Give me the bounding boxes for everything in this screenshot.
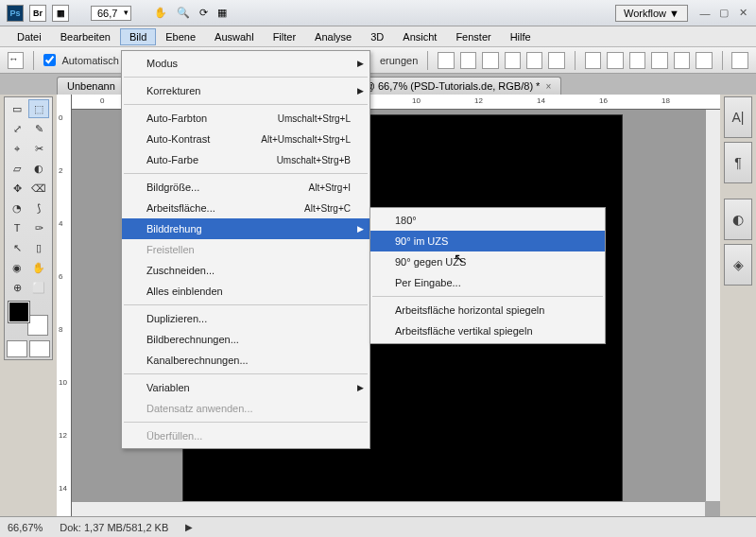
- tool-zoom[interactable]: ⊕: [7, 278, 27, 297]
- menu-item-label: Überfüllen...: [146, 430, 202, 442]
- menu-bearbeiten[interactable]: Bearbeiten: [51, 28, 120, 45]
- menu-item[interactable]: Variablen▶: [122, 377, 369, 398]
- tool-extra[interactable]: ⬜: [28, 278, 49, 297]
- menu-item[interactable]: Korrekturen▶: [122, 80, 369, 101]
- menu-item[interactable]: 180°: [370, 210, 605, 231]
- menu-item[interactable]: Modus▶: [122, 53, 369, 74]
- menu-item[interactable]: Arbeitsfläche vertikal spiegeln: [370, 320, 605, 341]
- tool-lasso[interactable]: ⤢: [7, 119, 27, 138]
- character-panel-icon[interactable]: A|: [724, 96, 752, 138]
- minimize-button[interactable]: —: [696, 6, 714, 21]
- tool-slice[interactable]: ✂: [28, 139, 49, 158]
- menu-hilfe[interactable]: Hilfe: [501, 28, 541, 45]
- tab-1[interactable]: @ 66,7% (PSD-Tutorials.de, RGB/8) *×: [354, 77, 561, 95]
- tool-type[interactable]: T: [7, 218, 27, 237]
- menu-item[interactable]: Kanalberechnungen...: [122, 350, 369, 371]
- tab-close-icon[interactable]: ×: [545, 81, 551, 92]
- fg-color[interactable]: [9, 302, 29, 322]
- tool-pen[interactable]: ✑: [28, 218, 49, 237]
- menu-ebene[interactable]: Ebene: [156, 28, 205, 45]
- quickmask-mode-icon[interactable]: [29, 340, 50, 357]
- menu-datei[interactable]: Datei: [8, 28, 51, 45]
- bg-color[interactable]: [27, 315, 48, 336]
- menu-item[interactable]: Bildgröße...Alt+Strg+I: [122, 177, 369, 198]
- align-icon-5[interactable]: [526, 52, 542, 69]
- menu-filter[interactable]: Filter: [264, 28, 305, 45]
- tool-shape[interactable]: ▯: [28, 238, 49, 257]
- menu-item[interactable]: Arbeitsfläche...Alt+Strg+C: [122, 198, 369, 218]
- move-tool-preset-icon[interactable]: ↔: [8, 52, 24, 69]
- arrange-icon[interactable]: ▦: [217, 7, 227, 19]
- align-icon-6[interactable]: [548, 52, 564, 69]
- menu-item[interactable]: Bildberechnungen...: [122, 329, 369, 350]
- tool-eraser[interactable]: ⟆: [28, 199, 49, 217]
- bridge-icon[interactable]: Br: [29, 5, 46, 22]
- menu-item[interactable]: Alles einblenden: [122, 281, 369, 302]
- extra-icon[interactable]: [731, 52, 747, 69]
- tool-brush[interactable]: ✥: [7, 179, 27, 198]
- scrollbar-horizontal[interactable]: [72, 501, 705, 516]
- layers-panel-icon[interactable]: ◈: [724, 244, 752, 286]
- scrollbar-vertical[interactable]: [705, 110, 720, 501]
- workspace-switcher[interactable]: Workflow ▼: [615, 5, 688, 22]
- tool-hand[interactable]: ✋: [28, 258, 49, 277]
- screen-mode-icon[interactable]: ▦: [52, 5, 69, 22]
- menu-item[interactable]: Duplizieren...: [122, 308, 369, 329]
- dist-icon-4[interactable]: [651, 52, 667, 69]
- ps-icon[interactable]: Ps: [7, 5, 24, 22]
- menu-item[interactable]: Auto-FarbtonUmschalt+Strg+L: [122, 108, 369, 129]
- menubar: Datei Bearbeiten Bild Ebene Auswahl Filt…: [0, 26, 756, 47]
- zoom-icon[interactable]: 🔍: [177, 7, 190, 19]
- status-zoom[interactable]: 66,67%: [8, 522, 43, 533]
- align-icon-1[interactable]: [438, 52, 454, 69]
- menu-bild[interactable]: Bild: [120, 28, 156, 45]
- submenu-arrow-icon: ▶: [357, 224, 364, 234]
- align-icon-2[interactable]: [460, 52, 476, 69]
- dist-icon-1[interactable]: [585, 52, 601, 69]
- tool-path-sel[interactable]: ↖: [7, 238, 27, 257]
- status-doc[interactable]: Dok: 1,37 MB/581,2 KB: [60, 522, 168, 533]
- menu-item[interactable]: Auto-FarbeUmschalt+Strg+B: [122, 149, 369, 170]
- paragraph-panel-icon[interactable]: ¶: [724, 142, 752, 183]
- menu-3d[interactable]: 3D: [361, 28, 393, 45]
- menu-item[interactable]: 90° gegen UZS: [370, 251, 605, 272]
- menu-item-label: Arbeitsfläche vertikal spiegeln: [395, 325, 533, 337]
- standard-mode-icon[interactable]: [7, 340, 27, 357]
- menu-auswahl[interactable]: Auswahl: [205, 28, 264, 45]
- menu-analyse[interactable]: Analyse: [305, 28, 361, 45]
- tool-wand[interactable]: ✎: [28, 119, 49, 138]
- dist-icon-5[interactable]: [674, 52, 690, 69]
- align-icon-4[interactable]: [505, 52, 521, 69]
- auto-select-checkbox[interactable]: [43, 54, 56, 66]
- zoom-select[interactable]: 66,7: [91, 6, 131, 21]
- tool-move[interactable]: ⬚: [28, 99, 49, 118]
- menu-ansicht[interactable]: Ansicht: [393, 28, 446, 45]
- align-icon-3[interactable]: [482, 52, 498, 69]
- hand-icon[interactable]: ✋: [154, 7, 167, 19]
- color-panel-icon[interactable]: ◐: [724, 199, 752, 240]
- close-button[interactable]: ✕: [733, 5, 752, 21]
- rotate-view-icon[interactable]: ⟳: [199, 7, 208, 19]
- menu-item[interactable]: Arbeitsfläche horizontal spiegeln: [370, 300, 605, 320]
- menu-fenster[interactable]: Fenster: [446, 28, 500, 45]
- maximize-button[interactable]: ▢: [714, 5, 733, 21]
- color-swatches[interactable]: [7, 302, 50, 336]
- status-arrow-icon[interactable]: ▶: [185, 522, 193, 532]
- tool-heal[interactable]: ◐: [28, 159, 49, 178]
- tool-eyedropper[interactable]: ▱: [7, 159, 27, 178]
- menu-item[interactable]: Zuschneiden...: [122, 260, 369, 281]
- tool-crop[interactable]: ⌖: [7, 139, 27, 158]
- dist-icon-3[interactable]: [629, 52, 645, 69]
- menu-item-label: Duplizieren...: [146, 313, 207, 324]
- dist-icon-2[interactable]: [607, 52, 623, 69]
- tab-0[interactable]: Unbenann: [57, 77, 126, 95]
- tool-3d[interactable]: ◉: [7, 258, 27, 277]
- menu-item[interactable]: Per Eingabe...: [370, 272, 605, 293]
- tool-stamp[interactable]: ⌫: [28, 179, 49, 198]
- menu-item[interactable]: Auto-KontrastAlt+Umschalt+Strg+L: [122, 129, 369, 149]
- tool-marquee[interactable]: ▭: [7, 99, 27, 118]
- menu-item[interactable]: Bilddrehung▶: [122, 218, 369, 239]
- menu-item[interactable]: 90° im UZS: [370, 231, 605, 251]
- dist-icon-6[interactable]: [696, 52, 712, 69]
- tool-history[interactable]: ◔: [7, 199, 27, 217]
